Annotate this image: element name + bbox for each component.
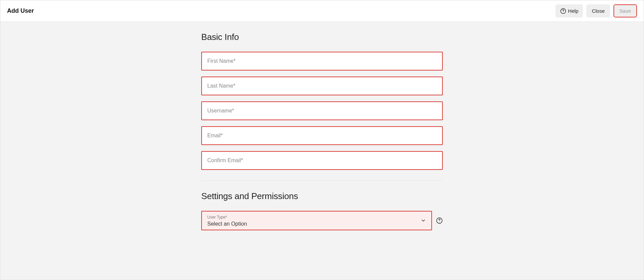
svg-point-3	[439, 222, 439, 222]
save-button[interactable]: Save	[613, 4, 637, 17]
settings-title: Settings and Permissions	[201, 191, 443, 201]
username-field[interactable]	[201, 101, 443, 120]
confirm-email-field[interactable]	[201, 151, 443, 170]
help-icon	[560, 8, 566, 14]
username-field-wrap	[201, 101, 443, 120]
close-button[interactable]: Close	[586, 4, 610, 17]
svg-point-1	[563, 12, 563, 12]
first-name-field[interactable]	[201, 52, 443, 71]
user-type-value: Select an Option	[207, 221, 426, 227]
user-type-select[interactable]: User Type* Select an Option	[201, 211, 432, 230]
first-name-field-wrap	[201, 52, 443, 71]
email-field[interactable]	[201, 126, 443, 145]
chevron-down-icon	[421, 218, 426, 223]
email-field-wrap	[201, 126, 443, 145]
close-button-label: Close	[592, 8, 604, 14]
last-name-field-wrap	[201, 77, 443, 95]
header-buttons: Help Close Save	[555, 4, 637, 17]
user-type-row: User Type* Select an Option	[201, 211, 443, 230]
user-type-help-icon[interactable]	[436, 217, 443, 224]
page-header: Add User Help Close Save	[0, 0, 644, 22]
save-button-label: Save	[620, 8, 631, 14]
basic-info-title: Basic Info	[201, 32, 443, 42]
section-divider	[201, 181, 443, 181]
user-type-label: User Type*	[207, 215, 426, 220]
help-button-label: Help	[568, 8, 579, 14]
page-title: Add User	[7, 7, 34, 14]
content-area[interactable]: Basic Info Settings and Permissions Us	[0, 22, 644, 280]
form-container: Basic Info Settings and Permissions Us	[201, 32, 443, 230]
confirm-email-field-wrap	[201, 151, 443, 170]
help-button[interactable]: Help	[555, 4, 583, 17]
last-name-field[interactable]	[201, 77, 443, 95]
